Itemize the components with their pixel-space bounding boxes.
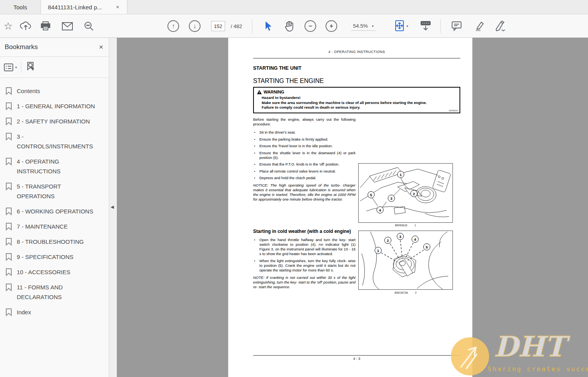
tab-document-label: 84411131-Linked p... bbox=[48, 4, 102, 11]
pdf-page: 4 - OPERATING INSTRUCTIONS STARTING THE … bbox=[228, 38, 472, 377]
watermark-logo-circle bbox=[451, 337, 489, 375]
bookmark-item-accessories[interactable]: 10 - ACCESSORIES bbox=[5, 264, 106, 280]
bookmark-item-contents[interactable]: Contents bbox=[5, 83, 106, 99]
bookmark-item-index[interactable]: Index bbox=[5, 305, 106, 320]
zoom-out-icon[interactable]: − bbox=[302, 14, 319, 38]
bookmark-item-safety-information[interactable]: 2 - SAFETY INFORMATION bbox=[5, 114, 106, 129]
chevron-down-icon: ▾ bbox=[15, 65, 17, 69]
bullet-item: Ensure the shuttle lever is in the downw… bbox=[253, 151, 356, 160]
figure2-callout: 5 bbox=[423, 243, 430, 250]
figure2-callout: 3 bbox=[397, 233, 404, 240]
email-icon[interactable] bbox=[58, 14, 77, 38]
fill-sign-icon[interactable] bbox=[491, 14, 510, 38]
watermark-brand: DHT bbox=[494, 333, 565, 361]
toolbar-divider bbox=[252, 19, 252, 33]
page-number-input[interactable] bbox=[211, 21, 225, 31]
cold-weather-heading: Starting in cold weather (with a cold en… bbox=[253, 229, 356, 234]
figure2-number: 2 bbox=[415, 291, 417, 294]
figure1-number: 1 bbox=[415, 224, 416, 227]
share-cloud-icon[interactable] bbox=[16, 14, 35, 38]
figure2-callout: 2 bbox=[384, 237, 391, 244]
tab-tools-label: Tools bbox=[13, 4, 27, 11]
bookmark-item-working-operations[interactable]: 6 - WORKING OPERATIONS bbox=[5, 204, 106, 219]
bookmarks-title: Bookmarks bbox=[5, 43, 38, 51]
favorites-star-icon[interactable]: ☆ bbox=[0, 14, 16, 38]
cold-weather-section: Starting in cold weather (with a cold en… bbox=[253, 229, 356, 289]
zoom-level-dropdown[interactable]: 54.5%▾ bbox=[346, 14, 381, 38]
panel-divider: ◀ bbox=[109, 38, 117, 377]
figure1-code: BRI5061E bbox=[395, 224, 408, 227]
figure2-code: BSE2673A bbox=[394, 291, 408, 294]
figure-console-levers: 1 2 3 4 5 bbox=[358, 163, 453, 223]
subsection-title: STARTING THE ENGINE bbox=[253, 78, 324, 85]
procedure-intro: Before starting the engine, always carry… bbox=[253, 117, 356, 127]
header-rule bbox=[253, 58, 460, 58]
bullet-item: Sit in the driver's seat. bbox=[253, 130, 356, 135]
bookmark-item-controls-instruments[interactable]: 3 - CONTROLS/INSTRUMENTS bbox=[5, 129, 106, 154]
cold-weather-bullet-list: Open the hand throttle halfway and turn … bbox=[253, 238, 356, 273]
previous-page-icon[interactable]: ↑ bbox=[165, 14, 181, 38]
procedure-section: Before starting the engine, always carry… bbox=[253, 117, 356, 202]
bullet-item: Ensure that the P.T.O. knob is in the 'o… bbox=[253, 162, 356, 167]
tab-tools[interactable]: Tools bbox=[0, 0, 41, 14]
select-tool-icon[interactable] bbox=[260, 14, 276, 38]
toolbar-ribbon-icon[interactable] bbox=[416, 14, 435, 38]
page-number-footer: 4 - 3 bbox=[253, 357, 460, 361]
search-icon[interactable] bbox=[79, 14, 98, 38]
figure1-caption: BRI5061E 1 bbox=[358, 224, 453, 227]
collapse-panel-icon[interactable]: ◀ bbox=[111, 204, 114, 210]
watermark-tagline: Sharing creates success bbox=[488, 365, 588, 373]
comment-icon[interactable] bbox=[447, 14, 466, 38]
figure1-callout: 3 bbox=[388, 195, 395, 202]
warning-code: W0090A bbox=[449, 109, 458, 112]
next-page-icon[interactable]: ↓ bbox=[187, 14, 202, 38]
warning-line-3: Failure to comply could result in death … bbox=[262, 105, 456, 110]
figure1-callout: 4 bbox=[377, 206, 384, 213]
bookmarks-panel: Bookmarks × ▾ Contents 1 - GENERAL INFOR… bbox=[0, 38, 109, 377]
close-icon[interactable]: × bbox=[99, 43, 103, 51]
tab-close-icon[interactable]: × bbox=[115, 4, 120, 10]
toolbar-divider bbox=[440, 19, 441, 33]
warning-line-1: Hazard to bystanders! bbox=[262, 95, 456, 100]
print-icon[interactable] bbox=[37, 14, 55, 38]
procedure-bullet-list: Sit in the driver's seat. Ensure the par… bbox=[253, 130, 356, 180]
bookmarks-toolbar: ▾ bbox=[0, 57, 109, 78]
fit-page-dropdown[interactable]: ▾ bbox=[390, 14, 413, 38]
figure1-callout: 1 bbox=[397, 171, 404, 178]
figure1-callout: 2 bbox=[410, 190, 417, 197]
figure2-callout: 4 bbox=[412, 236, 419, 243]
bookmarks-toolbar-divider bbox=[21, 62, 21, 73]
zoom-in-icon[interactable]: + bbox=[323, 14, 340, 38]
bookmark-item-forms-declarations[interactable]: 11 - FORMS AND DECLARATIONS bbox=[5, 280, 106, 305]
warning-box: WARNING Hazard to bystanders! Make sure … bbox=[253, 87, 460, 113]
bookmark-item-operating-instructions[interactable]: 4 - OPERATING INSTRUCTIONS bbox=[5, 154, 106, 179]
bookmark-item-maintenance[interactable]: 7 - MAINTENANCE bbox=[5, 219, 106, 234]
bullet-item: When the light extinguishes, turn the ke… bbox=[253, 259, 356, 273]
expand-current-bookmark-button[interactable] bbox=[25, 61, 36, 74]
bookmarks-options-button[interactable]: ▾ bbox=[4, 63, 17, 71]
highlight-icon[interactable] bbox=[469, 14, 489, 38]
bullet-item: Open the hand throttle halfway and turn … bbox=[253, 238, 356, 256]
bookmarks-list: Contents 1 - GENERAL INFORMATION 2 - SAF… bbox=[0, 78, 109, 320]
page-count-label: / 482 bbox=[228, 14, 245, 38]
bookmark-item-specifications[interactable]: 9 - SPECIFICATIONS bbox=[5, 249, 106, 264]
arrow-logo-icon bbox=[451, 337, 489, 375]
bookmark-item-transport-operations[interactable]: 5 - TRANSPORT OPERATIONS bbox=[5, 179, 106, 204]
warning-line-2: Make sure the area surrounding the machi… bbox=[262, 100, 456, 106]
bookmark-item-troubleshooting[interactable]: 8 - TROUBLESHOOTING bbox=[5, 234, 106, 249]
notice-paragraph: NOTICE: The high operating speed of the … bbox=[253, 183, 356, 202]
zoom-level-value: 54.5% bbox=[353, 23, 368, 29]
hand-tool-icon[interactable] bbox=[280, 14, 298, 38]
note-paragraph: NOTE: If cranking is not carried out wit… bbox=[253, 275, 356, 289]
main-toolbar: ☆ ↑ ↓ / 482 − + 54.5%▾ ▾ bbox=[0, 14, 588, 38]
bookmarks-header: Bookmarks × bbox=[0, 38, 109, 57]
bookmark-item-general-information[interactable]: 1 - GENERAL INFORMATION bbox=[5, 99, 106, 114]
bullet-item: Depress and hold the clutch pedal. bbox=[253, 176, 356, 180]
tab-document[interactable]: 84411131-Linked p... × bbox=[41, 0, 127, 14]
bullet-item: Ensure the Travel lever is in the idle p… bbox=[253, 144, 356, 148]
bullet-item: Place all remote control valve levers in… bbox=[253, 169, 356, 174]
chevron-down-icon: ▾ bbox=[407, 24, 408, 28]
document-viewport[interactable]: 4 - OPERATING INSTRUCTIONS STARTING THE … bbox=[117, 38, 588, 377]
chevron-down-icon: ▾ bbox=[372, 24, 374, 28]
figure2-callout: 1 bbox=[375, 247, 382, 254]
